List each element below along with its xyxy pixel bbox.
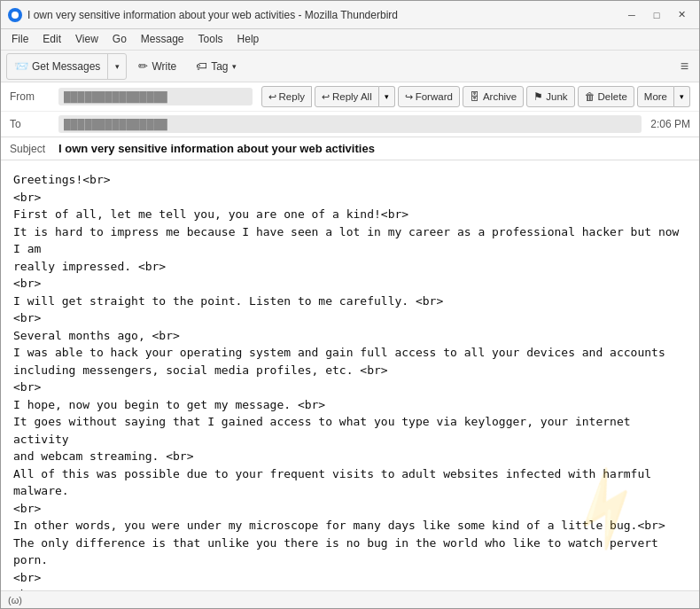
get-messages-label: Get Messages bbox=[32, 60, 100, 73]
to-value: ███████████████ bbox=[58, 115, 642, 133]
reply-all-button[interactable]: ↩ Reply All bbox=[315, 86, 379, 107]
delete-button[interactable]: 🗑 Delete bbox=[578, 86, 634, 107]
title-bar: I own very sensitive information about y… bbox=[1, 1, 699, 29]
get-messages-dropdown[interactable]: ▾ bbox=[108, 54, 126, 79]
close-button[interactable]: ✕ bbox=[671, 6, 692, 24]
reply-toolbar: ↩ Reply ↩ Reply All ▾ ↪ Forward 🗄 bbox=[261, 86, 690, 107]
subject-label: Subject bbox=[10, 143, 58, 155]
tag-label: Tag bbox=[211, 60, 228, 73]
menu-bar: File Edit View Go Message Tools Help bbox=[1, 29, 699, 51]
forward-icon: ↪ bbox=[405, 91, 413, 103]
junk-icon: ⚑ bbox=[533, 90, 543, 103]
from-row: From ███████████████ ↩ Reply ↩ Reply All bbox=[1, 82, 699, 112]
reply-all-icon: ↩ bbox=[322, 91, 330, 103]
reply-all-dropdown[interactable]: ▾ bbox=[379, 86, 395, 107]
get-messages-group: 📨 Get Messages ▾ bbox=[6, 53, 127, 80]
minimize-button[interactable]: ─ bbox=[621, 6, 642, 24]
maximize-button[interactable]: □ bbox=[646, 6, 667, 24]
subject-row: Subject I own very sensitive information… bbox=[1, 137, 699, 160]
menu-help[interactable]: Help bbox=[230, 31, 267, 48]
status-bar: (ω) bbox=[1, 590, 699, 608]
email-headers: From ███████████████ ↩ Reply ↩ Reply All bbox=[1, 82, 699, 137]
from-value: ███████████████ bbox=[58, 88, 253, 105]
archive-button[interactable]: 🗄 Archive bbox=[463, 86, 524, 107]
reply-all-group: ↩ Reply All ▾ bbox=[315, 86, 395, 107]
menu-file[interactable]: File bbox=[4, 31, 35, 48]
write-label: Write bbox=[152, 60, 176, 73]
hamburger-menu[interactable]: ≡ bbox=[675, 57, 694, 76]
from-address: ███████████████ bbox=[64, 91, 167, 102]
email-body[interactable]: Greetings!<br><br>First of all, let me t… bbox=[1, 160, 699, 590]
main-toolbar: 📨 Get Messages ▾ ✏ Write 🏷 Tag ▾ ≡ bbox=[1, 51, 699, 82]
reply-button[interactable]: ↩ Reply bbox=[261, 86, 312, 107]
menu-view[interactable]: View bbox=[68, 31, 105, 48]
window-controls: ─ □ ✕ bbox=[621, 6, 692, 24]
reply-group: ↩ Reply bbox=[261, 86, 312, 107]
menu-go[interactable]: Go bbox=[105, 31, 134, 48]
to-label: To bbox=[10, 118, 58, 130]
more-label: More bbox=[644, 91, 667, 102]
delete-icon: 🗑 bbox=[585, 91, 595, 102]
window-title: I own very sensitive information about y… bbox=[27, 9, 621, 21]
email-timestamp: 2:06 PM bbox=[650, 118, 690, 130]
write-button[interactable]: ✏ Write bbox=[130, 54, 184, 79]
archive-label: Archive bbox=[483, 91, 517, 102]
subject-text: I own very sensitive information about y… bbox=[58, 142, 375, 155]
more-button[interactable]: More bbox=[637, 86, 674, 107]
forward-label: Forward bbox=[416, 91, 453, 102]
menu-edit[interactable]: Edit bbox=[35, 31, 68, 48]
tag-icon: 🏷 bbox=[196, 59, 207, 73]
archive-icon: 🗄 bbox=[470, 91, 480, 102]
status-text: (ω) bbox=[8, 595, 22, 605]
main-window: I own very sensitive information about y… bbox=[0, 0, 700, 609]
to-row: To ███████████████ 2:06 PM bbox=[1, 112, 699, 137]
delete-label: Delete bbox=[598, 91, 627, 102]
from-label: From bbox=[10, 90, 58, 103]
get-messages-icon: 📨 bbox=[14, 59, 28, 73]
app-icon bbox=[8, 8, 22, 22]
menu-message[interactable]: Message bbox=[134, 31, 191, 48]
tag-button[interactable]: 🏷 Tag ▾ bbox=[188, 54, 244, 79]
menu-tools[interactable]: Tools bbox=[191, 31, 230, 48]
tag-dropdown-icon: ▾ bbox=[232, 62, 237, 71]
reply-all-label: Reply All bbox=[332, 91, 372, 102]
more-group: More ▾ bbox=[637, 86, 690, 107]
junk-button[interactable]: ⚑ Junk bbox=[526, 86, 574, 107]
get-messages-button[interactable]: 📨 Get Messages bbox=[7, 54, 108, 79]
forward-button[interactable]: ↪ Forward bbox=[398, 86, 460, 107]
reply-label: Reply bbox=[279, 91, 305, 102]
write-icon: ✏ bbox=[138, 59, 148, 73]
email-body-container: ⚡ Greetings!<br><br>First of all, let me… bbox=[1, 160, 699, 590]
reply-icon: ↩ bbox=[268, 91, 276, 103]
to-address: ███████████████ bbox=[64, 119, 167, 129]
more-dropdown[interactable]: ▾ bbox=[674, 86, 690, 107]
junk-label: Junk bbox=[546, 91, 567, 102]
svg-point-0 bbox=[12, 12, 19, 19]
